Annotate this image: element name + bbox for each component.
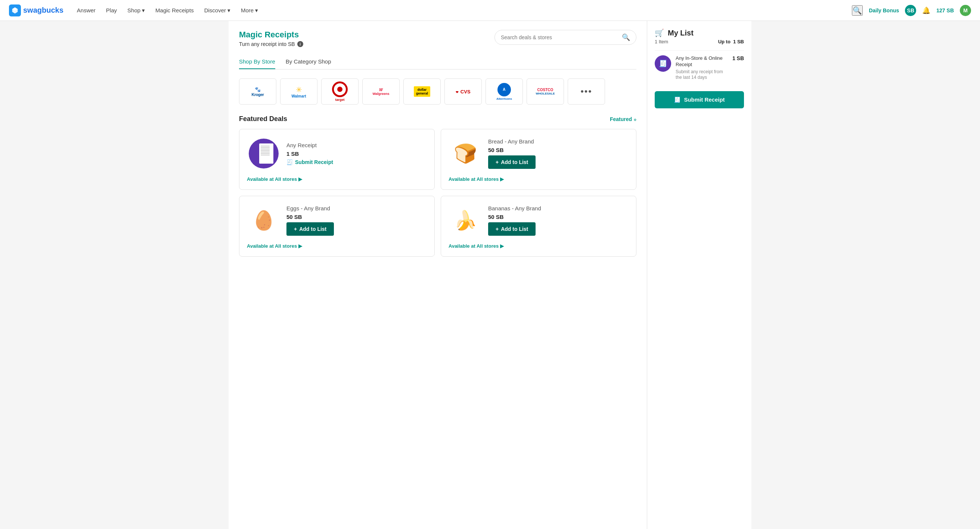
logo[interactable]: swagbucks <box>9 5 64 16</box>
store-kroger[interactable]: 🐾 Kroger <box>239 78 276 105</box>
deal-sb: 1 SB <box>286 151 333 157</box>
nav-magic-receipts[interactable]: Magic Receipts <box>155 7 194 13</box>
deal-name: Any Receipt <box>286 142 333 148</box>
deal-bread-image: 🍞 <box>449 137 482 170</box>
arrow-right-icon: ▶ <box>500 243 504 249</box>
navbar: swagbucks Answer Play Shop ▾ Magic Recei… <box>0 0 980 21</box>
plus-icon: + <box>294 226 297 232</box>
page-title: Magic Receipts <box>239 30 303 40</box>
deal-name: Eggs - Any Brand <box>286 205 334 212</box>
daily-bonus[interactable]: Daily Bonus <box>869 8 899 13</box>
arrow-right-icon: ▶ <box>298 243 302 249</box>
deals-grid: Any Receipt 1 SB 🧾 Submit Receipt Availa… <box>239 129 636 257</box>
nav-answer[interactable]: Answer <box>77 7 95 13</box>
main-layout: Magic Receipts Turn any receipt into SB … <box>229 21 751 529</box>
sidebar-submit-receipt-button[interactable]: 🧾 Submit Receipt <box>655 91 744 108</box>
tab-by-category[interactable]: By Category Shop <box>286 54 331 69</box>
featured-deals-title: Featured Deals <box>239 115 287 123</box>
deal-bread: 🍞 Bread - Any Brand 50 SB + Add to List … <box>441 129 636 190</box>
search-input[interactable] <box>501 34 619 40</box>
deal-sb: 50 SB <box>488 147 536 153</box>
nav-more[interactable]: More ▾ <box>241 7 258 14</box>
sidebar-item-receipt-icon: 🧾 <box>655 55 671 72</box>
deal-eggs-image: 🥚 <box>247 204 280 237</box>
arrow-right-icon: ▶ <box>298 176 302 182</box>
sidebar-list-item: 🧾 Any In-Store & Online Receipt Submit a… <box>655 51 744 85</box>
nav-right: 🔍 Daily Bonus SB 🔔 127 SB M <box>852 5 971 16</box>
deal-sb: 50 SB <box>286 214 334 220</box>
deal-any-receipt: Any Receipt 1 SB 🧾 Submit Receipt Availa… <box>239 129 435 190</box>
add-to-list-bananas-button[interactable]: + Add to List <box>488 222 536 236</box>
sidebar: 🛒 My List 1 Item Up to 1 SB 🧾 Any In-Sto… <box>647 21 751 529</box>
deal-sb: 50 SB <box>488 214 541 220</box>
section-header: Featured Deals Featured ⬦ <box>239 115 636 123</box>
available-stores-link-bananas[interactable]: Available at All stores ▶ <box>449 243 628 249</box>
receipt-icon-large: 🧾 <box>674 96 681 103</box>
store-grid: 🐾 Kroger ✳ Walmart target <box>239 78 636 105</box>
nav-shop[interactable]: Shop ▾ <box>127 7 145 14</box>
nav-discover[interactable]: Discover ▾ <box>204 7 231 14</box>
add-to-list-eggs-button[interactable]: + Add to List <box>286 222 334 236</box>
store-walmart[interactable]: ✳ Walmart <box>280 78 317 105</box>
search-bar: 🔍 <box>495 30 636 45</box>
store-cvs[interactable]: ❤ CVS <box>444 78 482 105</box>
user-avatar[interactable]: M <box>960 5 971 16</box>
tabs: Shop By Store By Category Shop <box>239 54 636 70</box>
sidebar-item-desc: Submit any receipt from the last 14 days <box>676 69 728 81</box>
page-header-left: Magic Receipts Turn any receipt into SB … <box>239 30 303 47</box>
deal-name: Bread - Any Brand <box>488 138 536 145</box>
deal-bananas: 🍌 Bananas - Any Brand 50 SB + Add to Lis… <box>441 196 636 257</box>
deal-bananas-image: 🍌 <box>449 204 482 237</box>
logo-icon <box>9 5 21 16</box>
deal-eggs: 🥚 Eggs - Any Brand 50 SB + Add to List A… <box>239 196 435 257</box>
sidebar-meta: 1 Item Up to 1 SB <box>655 39 744 45</box>
page-header: Magic Receipts Turn any receipt into SB … <box>239 30 636 47</box>
sb-balance: 127 SB <box>936 8 954 13</box>
store-costco[interactable]: COSTCO WHOLESALE <box>527 78 564 105</box>
featured-filter[interactable]: Featured ⬦ <box>610 116 636 122</box>
filter-arrow-icon: ⬦ <box>633 116 636 122</box>
bell-icon[interactable]: 🔔 <box>922 6 930 14</box>
store-target[interactable]: target <box>321 78 358 105</box>
store-more[interactable]: ••• <box>568 78 605 105</box>
available-stores-link-bread[interactable]: Available at All stores ▶ <box>449 176 628 182</box>
plus-icon: + <box>496 226 499 232</box>
nav-play[interactable]: Play <box>106 7 117 13</box>
cart-icon: 🛒 <box>655 29 664 37</box>
search-button[interactable]: 🔍 <box>622 33 630 41</box>
deal-receipt-image <box>247 137 280 170</box>
up-to-sb: Up to 1 SB <box>718 39 744 45</box>
store-walgreens[interactable]: W Walgreens <box>362 78 399 105</box>
store-albertsons[interactable]: A Albertsons <box>485 78 523 105</box>
search-icon[interactable]: 🔍 <box>852 5 863 16</box>
available-stores-link[interactable]: Available at All stores ▶ <box>247 176 427 182</box>
daily-bonus-avatar: SB <box>905 5 916 16</box>
item-count: 1 Item <box>655 39 668 45</box>
sidebar-title: 🛒 My List <box>655 29 744 37</box>
deal-name: Bananas - Any Brand <box>488 205 541 212</box>
available-stores-link-eggs[interactable]: Available at All stores ▶ <box>247 243 427 249</box>
sidebar-item-name: Any In-Store & Online Receipt <box>676 55 728 68</box>
tab-shop-by-store[interactable]: Shop By Store <box>239 54 275 69</box>
sidebar-item-sb: 1 SB <box>732 55 744 61</box>
info-icon[interactable]: i <box>297 41 303 47</box>
submit-receipt-button[interactable]: 🧾 Submit Receipt <box>286 159 333 165</box>
content-area: Magic Receipts Turn any receipt into SB … <box>229 21 647 529</box>
receipt-icon: 🧾 <box>286 159 293 165</box>
page-subtitle: Turn any receipt into SB i <box>239 41 303 47</box>
arrow-right-icon: ▶ <box>500 176 504 182</box>
add-to-list-bread-button[interactable]: + Add to List <box>488 155 536 169</box>
logo-text: swagbucks <box>23 6 64 14</box>
plus-icon: + <box>496 159 499 165</box>
store-dollar-general[interactable]: dollargeneral <box>403 78 441 105</box>
